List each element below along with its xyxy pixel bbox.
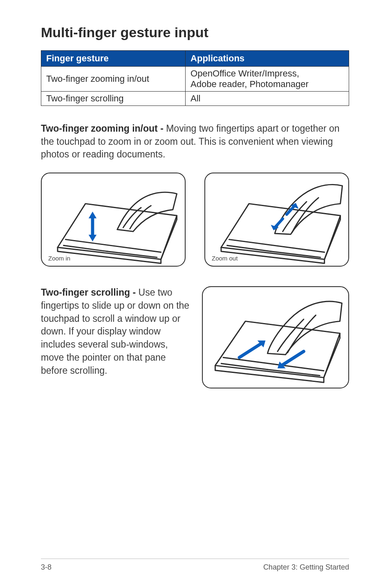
page-number: 3-8 <box>41 563 52 572</box>
table-row: Two-finger zooming in/out OpenOffice Wri… <box>41 67 349 92</box>
section-heading: Multi-finger gesture input <box>41 25 349 40</box>
zoom-paragraph: Two-finger zooming in/out - Moving two f… <box>41 122 349 161</box>
svg-marker-1 <box>89 212 96 219</box>
zoom-title: Two-finger zooming in/out - <box>41 123 166 134</box>
svg-line-9 <box>282 352 304 366</box>
svg-marker-2 <box>89 235 96 242</box>
scroll-title: Two-finger scrolling - <box>41 287 139 298</box>
svg-line-7 <box>239 343 261 357</box>
zoom-out-label: Zoom out <box>212 255 238 262</box>
cell-apps-line2: Adobe reader, Photomanager <box>191 79 309 89</box>
zoom-in-illustration: Zoom in <box>41 173 186 267</box>
table-row: Two-finger scrolling All <box>41 92 349 106</box>
table-header-gesture: Finger gesture <box>41 51 186 67</box>
gesture-table: Finger gesture Applications Two-finger z… <box>41 50 349 106</box>
cell-apps: OpenOffice Writer/Impress, Adobe reader,… <box>186 67 349 92</box>
zoom-in-label: Zoom in <box>48 255 70 262</box>
chapter-label: Chapter 3: Getting Started <box>263 563 349 572</box>
svg-line-3 <box>275 219 282 227</box>
cell-gesture: Two-finger zooming in/out <box>41 67 186 92</box>
cell-apps: All <box>186 92 349 106</box>
cell-apps-line1: OpenOffice Writer/Impress, <box>191 68 299 79</box>
cell-gesture: Two-finger scrolling <box>41 92 186 106</box>
page-footer: 3-8 Chapter 3: Getting Started <box>41 559 349 572</box>
zoom-out-illustration: Zoom out <box>204 173 349 267</box>
scroll-body: Use two fingertips to slide up or down o… <box>41 287 189 375</box>
scroll-illustration <box>202 286 349 388</box>
scroll-paragraph: Two-finger scrolling - Use two fingertip… <box>41 286 191 377</box>
table-header-apps: Applications <box>186 51 349 67</box>
